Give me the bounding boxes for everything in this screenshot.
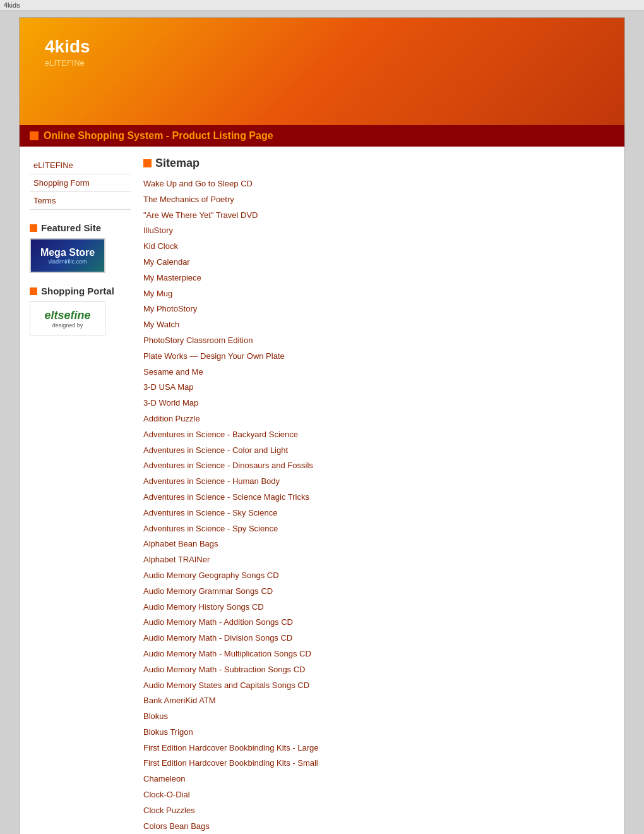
sitemap-link[interactable]: 3-D USA Map	[143, 380, 614, 396]
sitemap-link[interactable]: Addition Puzzle	[143, 411, 614, 427]
sitemap-area: Sitemap Wake Up and Go to Sleep CDThe Me…	[143, 157, 614, 834]
sitemap-link[interactable]: Audio Memory History Songs CD	[143, 600, 614, 615]
sidebar-link-shopping-form[interactable]: Shopping Form	[30, 174, 131, 192]
sitemap-link[interactable]: Audio Memory Math - Division Songs CD	[143, 631, 614, 646]
main-content: eLITEFINe Shopping Form Terms Featured S…	[20, 147, 624, 834]
sitemap-link[interactable]: My Calendar	[143, 255, 614, 270]
sitemap-link[interactable]: The Mechanics of Poetry	[143, 192, 614, 208]
sitemap-link[interactable]: Adventures in Science - Science Magic Tr…	[143, 490, 614, 505]
sitemap-link[interactable]: Adventures in Science - Backyard Science	[143, 427, 614, 443]
sitemap-link[interactable]: Blokus Trigon	[143, 725, 614, 740]
sidebar-link-elitefine[interactable]: eLITEFINe	[30, 157, 131, 174]
portal-logo: eltsefine	[44, 309, 90, 322]
sitemap-link[interactable]: PhotoStory Classroom Edition	[143, 333, 614, 349]
sitemap-links: Wake Up and Go to Sleep CDThe Mechanics …	[143, 176, 614, 834]
sitemap-link[interactable]: My PhotoStory	[143, 301, 614, 317]
sitemap-link[interactable]: My Masterpiece	[143, 270, 614, 286]
sitemap-icon	[143, 159, 152, 167]
sidebar: eLITEFINe Shopping Form Terms Featured S…	[30, 157, 131, 834]
sitemap-link[interactable]: "Are We There Yet" Travel DVD	[143, 208, 614, 224]
sitemap-link[interactable]: Audio Memory Geography Songs CD	[143, 568, 614, 584]
sitemap-link[interactable]: Wake Up and Go to Sleep CD	[143, 176, 614, 192]
sitemap-title: Sitemap	[143, 157, 614, 170]
sitemap-link[interactable]: 3-D World Map	[143, 396, 614, 411]
sitemap-link[interactable]: First Edition Hardcover Bookbinding Kits…	[143, 740, 614, 756]
sitemap-link[interactable]: Adventures in Science - Dinosaurs and Fo…	[143, 458, 614, 474]
shopping-portal-icon	[30, 287, 37, 295]
shopping-portal-heading: Shopping Portal	[30, 286, 131, 296]
page-title: Online Shopping System - Product Listing…	[44, 130, 273, 142]
sitemap-link[interactable]: Audio Memory States and Capitals Songs C…	[143, 678, 614, 694]
sitemap-link[interactable]: Adventures in Science - Color and Light	[143, 443, 614, 459]
sitemap-link[interactable]: Audio Memory Math - Multiplication Songs…	[143, 646, 614, 662]
sitemap-link[interactable]: Adventures in Science - Human Body	[143, 474, 614, 490]
featured-site-title: Featured Site	[41, 222, 101, 233]
portal-designed-by: designed by	[52, 322, 83, 329]
sitemap-link[interactable]: My Mug	[143, 286, 614, 302]
sitemap-link[interactable]: Alphabet TRAINer	[143, 552, 614, 568]
shopping-portal-image[interactable]: eltsefine designed by	[30, 301, 105, 336]
sitemap-link[interactable]: Audio Memory Grammar Songs CD	[143, 584, 614, 600]
header-banner: 4kids eLITEFINe	[20, 18, 624, 125]
sitemap-link[interactable]: Kid Clock	[143, 239, 614, 255]
featured-site-icon	[30, 224, 37, 232]
sitemap-link[interactable]: Audio Memory Math - Subtraction Songs CD	[143, 662, 614, 678]
sitemap-link[interactable]: Chameleon	[143, 771, 614, 787]
sitemap-link[interactable]: Sesame and Me	[143, 365, 614, 380]
sitemap-link[interactable]: IlluStory	[143, 223, 614, 239]
sitemap-link[interactable]: Plate Works — Design Your Own Plate	[143, 349, 614, 365]
sitemap-link[interactable]: Blokus	[143, 709, 614, 725]
sitemap-link[interactable]: Adventures in Science - Spy Science	[143, 521, 614, 537]
sitemap-link[interactable]: Audio Memory Math - Addition Songs CD	[143, 615, 614, 631]
tab-label: 4kids	[4, 1, 20, 9]
page-title-bar: Online Shopping System - Product Listing…	[20, 125, 624, 147]
header-title: 4kids	[45, 37, 599, 57]
shopping-portal-title: Shopping Portal	[41, 286, 114, 296]
store-url: vladimirilic.com	[48, 258, 86, 265]
sitemap-link[interactable]: Clock-O-Dial	[143, 787, 614, 803]
sitemap-link[interactable]: Clock Puzzles	[143, 803, 614, 819]
tab-bar: 4kids	[0, 0, 644, 11]
featured-site-heading: Featured Site	[30, 222, 131, 233]
sitemap-heading: Sitemap	[155, 157, 200, 170]
featured-site-image[interactable]: Mega Store vladimirilic.com	[30, 238, 105, 273]
store-name: Mega Store	[40, 247, 95, 258]
sitemap-link[interactable]: My Watch	[143, 317, 614, 333]
page-title-icon	[30, 131, 39, 140]
sitemap-link[interactable]: First Edition Hardcover Bookbinding Kits…	[143, 756, 614, 771]
sitemap-link[interactable]: Colors Bean Bags	[143, 819, 614, 834]
header-subtitle: eLITEFINe	[45, 58, 599, 68]
sitemap-link[interactable]: Adventures in Science - Sky Science	[143, 505, 614, 521]
sitemap-link[interactable]: Alphabet Bean Bags	[143, 536, 614, 552]
sidebar-link-terms[interactable]: Terms	[30, 192, 131, 210]
sitemap-link[interactable]: Bank AmeriKid ATM	[143, 693, 614, 709]
